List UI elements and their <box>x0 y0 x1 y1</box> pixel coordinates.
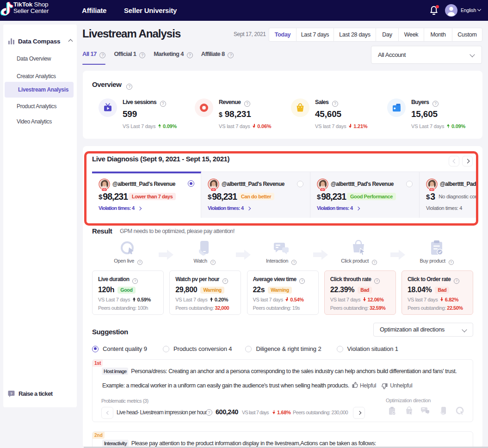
svg-text:?: ? <box>10 392 12 396</box>
